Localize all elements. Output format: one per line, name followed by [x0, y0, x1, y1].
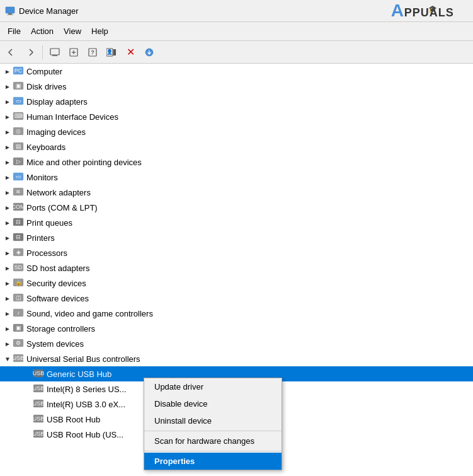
- tree-item-disk-drives[interactable]: ► ▣ Disk drives: [0, 79, 473, 94]
- tree-item-ports[interactable]: ► COM Ports (COM & LPT): [0, 200, 473, 215]
- svg-text:?: ?: [91, 49, 94, 55]
- svg-text:USB: USB: [33, 385, 44, 392]
- tree-item-processors[interactable]: ► ◈ Processors: [0, 245, 473, 260]
- svg-text:🔒: 🔒: [15, 279, 23, 286]
- icon-mouse: ▷: [13, 156, 24, 168]
- icon-network: ≋: [13, 187, 24, 198]
- update-button[interactable]: [65, 44, 83, 61]
- expand-arrow-sound[interactable]: ►: [3, 308, 13, 318]
- ctx-item-update-driver[interactable]: Update driver: [144, 378, 282, 395]
- tree-item-storage[interactable]: ► ▣ Storage controllers: [0, 321, 473, 336]
- device-tree[interactable]: ► PC Computer► ▣ Disk drives► ▭ Display …: [0, 64, 473, 476]
- tree-item-system[interactable]: ► ⚙ System devices: [0, 336, 473, 351]
- expand-arrow-printers[interactable]: ►: [3, 233, 13, 243]
- svg-text:USB: USB: [33, 431, 44, 437]
- svg-text:▣: ▣: [16, 325, 21, 331]
- expand-arrow-intel-8-series[interactable]: [23, 384, 33, 394]
- remove-button[interactable]: ✕: [122, 44, 139, 61]
- menu-view[interactable]: View: [59, 24, 86, 38]
- download-button[interactable]: [140, 44, 158, 61]
- label-usb-controllers: Universal Serial Bus controllers: [26, 354, 140, 364]
- icon-display: ▭: [13, 96, 24, 107]
- svg-rect-0: [6, 7, 14, 13]
- label-security: Security devices: [26, 279, 86, 288]
- properties-button[interactable]: [46, 44, 64, 61]
- expand-arrow-display-adapters[interactable]: ►: [3, 96, 13, 107]
- menu-file[interactable]: File: [3, 24, 26, 38]
- scan-button[interactable]: 👤: [103, 44, 120, 61]
- svg-text:▷: ▷: [16, 158, 21, 165]
- svg-text:▤: ▤: [16, 143, 21, 149]
- tree-item-network[interactable]: ► ≋ Network adapters: [0, 185, 473, 200]
- expand-arrow-hid[interactable]: ►: [3, 112, 13, 122]
- tree-item-sd-host[interactable]: ► SD SD host adapters: [0, 260, 473, 276]
- expand-arrow-computer[interactable]: ►: [3, 66, 13, 76]
- expand-arrow-disk-drives[interactable]: ►: [3, 81, 13, 91]
- tree-item-print-queues[interactable]: ► ⊟ Print queues: [0, 215, 473, 230]
- tree-item-imaging[interactable]: ► ◎ Imaging devices: [0, 124, 473, 139]
- menu-action[interactable]: Action: [26, 24, 59, 38]
- expand-arrow-ports[interactable]: ►: [3, 202, 13, 212]
- label-network: Network adapters: [26, 188, 91, 197]
- tree-item-keyboards[interactable]: ► ▤ Keyboards: [0, 139, 473, 154]
- expand-arrow-network[interactable]: ►: [3, 187, 13, 197]
- icon-sound: ♪: [13, 308, 24, 319]
- ctx-item-scan-hardware[interactable]: Scan for hardware changes: [144, 432, 282, 450]
- expand-arrow-print-queues[interactable]: ►: [3, 218, 13, 228]
- expand-arrow-keyboards[interactable]: ►: [3, 142, 13, 152]
- ctx-item-disable-device[interactable]: Disable device: [144, 395, 282, 412]
- icon-storage: ▣: [13, 323, 24, 334]
- svg-text:◈: ◈: [16, 249, 21, 255]
- ctx-item-properties[interactable]: Properties: [144, 453, 282, 470]
- expand-arrow-mice[interactable]: ►: [3, 157, 13, 167]
- label-software: Software devices: [26, 294, 89, 303]
- tree-item-monitors[interactable]: ► ▭ Monitors: [0, 170, 473, 185]
- svg-text:USB: USB: [33, 400, 44, 407]
- expand-arrow-generic-usb-hub[interactable]: [23, 369, 33, 379]
- help-button[interactable]: ?: [84, 44, 101, 61]
- expand-arrow-imaging[interactable]: ►: [3, 127, 13, 137]
- expand-arrow-sd-host[interactable]: ►: [3, 263, 13, 273]
- tree-item-sound[interactable]: ► ♪ Sound, video and game controllers: [0, 306, 473, 321]
- label-disk-drives: Disk drives: [26, 82, 67, 91]
- expand-arrow-intel-usb-30[interactable]: [23, 399, 33, 409]
- icon-sd: SD: [13, 262, 24, 274]
- expand-arrow-monitors[interactable]: ►: [3, 172, 13, 182]
- tree-item-display-adapters[interactable]: ► ▭ Display adapters: [0, 94, 473, 109]
- svg-text:⊟: ⊟: [16, 234, 21, 240]
- svg-text:PC: PC: [14, 67, 23, 74]
- icon-usb-hub: USB: [33, 429, 44, 440]
- svg-text:⚙: ⚙: [16, 340, 21, 346]
- svg-text:SD: SD: [14, 264, 23, 270]
- expand-arrow-usb-root-hub-1[interactable]: [23, 414, 33, 424]
- label-intel-usb-30: Intel(R) USB 3.0 eX...: [47, 400, 125, 409]
- expand-arrow-security[interactable]: ►: [3, 278, 13, 288]
- tree-item-computer[interactable]: ► PC Computer: [0, 64, 473, 79]
- label-usb-root-hub-2: USB Root Hub (US...: [47, 430, 123, 439]
- expand-arrow-usb-controllers[interactable]: ▼: [3, 354, 13, 364]
- expand-arrow-processors[interactable]: ►: [3, 248, 13, 258]
- title-bar: Device Manager APPUALS 🎓: [0, 0, 473, 22]
- expand-arrow-storage[interactable]: ►: [3, 323, 13, 334]
- tree-item-printers[interactable]: ► ⊟ Printers: [0, 230, 473, 245]
- back-button[interactable]: [3, 44, 20, 61]
- menu-help[interactable]: Help: [86, 24, 113, 38]
- expand-arrow-system[interactable]: ►: [3, 339, 13, 349]
- tree-item-mice[interactable]: ► ▷ Mice and other pointing devices: [0, 154, 473, 170]
- icon-usb-hub: USB: [33, 368, 44, 380]
- tree-item-security[interactable]: ► 🔒 Security devices: [0, 276, 473, 291]
- icon-usb-hub: USB: [33, 383, 44, 395]
- ctx-separator: [144, 431, 282, 431]
- tree-item-usb-controllers[interactable]: ▼ USB Universal Serial Bus controllers: [0, 351, 473, 366]
- icon-imaging: ◎: [13, 126, 24, 137]
- forward-button[interactable]: [21, 44, 39, 61]
- svg-rect-11: [113, 49, 116, 55]
- expand-arrow-usb-root-hub-2[interactable]: [23, 429, 33, 439]
- expand-arrow-software[interactable]: ►: [3, 293, 13, 303]
- tree-item-hid[interactable]: ► ⌨ Human Interface Devices: [0, 109, 473, 124]
- svg-text:♪: ♪: [17, 310, 20, 316]
- ctx-item-uninstall-device[interactable]: Uninstall device: [144, 412, 282, 429]
- tree-item-software[interactable]: ► ◫ Software devices: [0, 291, 473, 306]
- icon-usb-hub: USB: [33, 414, 44, 425]
- icon-ports: COM: [13, 202, 24, 213]
